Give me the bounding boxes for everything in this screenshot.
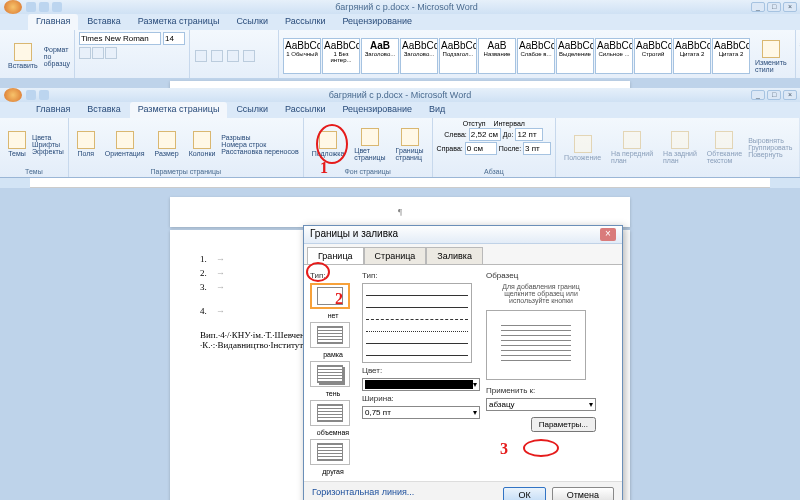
style-heading2[interactable]: AaBbCcЗаголово... [400, 38, 438, 74]
tab-references[interactable]: Ссылки [228, 14, 276, 30]
cancel-button[interactable]: Отмена [552, 487, 614, 500]
apply-to-combo[interactable]: абзацу▾ [486, 398, 596, 411]
tab-review[interactable]: Рецензирование [334, 102, 420, 118]
breaks-button[interactable]: Разрывы [221, 134, 298, 141]
columns-button[interactable]: Колонки [185, 129, 220, 159]
style-weak-emph[interactable]: AaBbCc.Слабое в... [517, 38, 555, 74]
orientation-button[interactable]: Ориентация [101, 129, 149, 159]
apply-to-label: Применить к: [486, 386, 596, 395]
close-button[interactable]: × [783, 2, 797, 12]
ok-button[interactable]: ОК [503, 487, 545, 500]
page-borders-button[interactable]: Границы страниц [392, 126, 428, 163]
margins-button[interactable]: Поля [73, 129, 99, 159]
office-button[interactable] [4, 0, 22, 14]
text-wrap-button: Обтекание текстом [703, 129, 746, 166]
font-name-select[interactable] [79, 32, 161, 45]
horizontal-line-link[interactable]: Горизонтальная линия... [312, 487, 497, 500]
preview-box[interactable] [486, 310, 586, 380]
type-box[interactable] [310, 322, 350, 348]
maximize-button[interactable]: □ [767, 90, 781, 100]
qat-save-icon[interactable] [26, 2, 36, 12]
line-numbers-button[interactable]: Номера строк [221, 141, 298, 148]
dialog-tab-fill[interactable]: Заливка [426, 247, 483, 264]
color-combo[interactable]: ▾ [362, 378, 480, 391]
page[interactable]: ¶ [170, 197, 630, 227]
width-combo[interactable]: 0,75 пт▾ [362, 406, 480, 419]
dialog-tab-page[interactable]: Страница [364, 247, 427, 264]
pilcrow: ¶ [200, 207, 600, 217]
underline-button[interactable] [105, 47, 117, 59]
qat-save-icon[interactable] [26, 90, 36, 100]
office-button[interactable] [4, 88, 22, 102]
group-indent-spacing: Отступ Интервал Слева: До: Справа: После… [433, 118, 556, 177]
dialog-close-button[interactable]: × [600, 228, 616, 241]
options-button[interactable]: Параметры... [531, 417, 596, 432]
numbering-button[interactable] [211, 50, 223, 62]
tab-view[interactable]: Вид [421, 102, 453, 118]
type-none[interactable] [310, 283, 350, 309]
qat-undo-icon[interactable] [39, 2, 49, 12]
type-custom[interactable] [310, 439, 350, 465]
italic-button[interactable] [92, 47, 104, 59]
dialog-tab-border[interactable]: Граница [307, 247, 364, 264]
style-no-spacing[interactable]: AaBbCcDc1 Без интер... [322, 38, 360, 74]
align-left-button[interactable] [227, 50, 239, 62]
page-color-button[interactable]: Цвет страницы [350, 126, 389, 163]
ruler[interactable] [30, 178, 770, 188]
style-quote[interactable]: AaBbCcDcЦитата 2 [673, 38, 711, 74]
font-size-select[interactable] [163, 32, 185, 45]
close-button[interactable]: × [783, 90, 797, 100]
style-quote2[interactable]: AaBbCcDcЦитата 2 [712, 38, 750, 74]
tab-insert[interactable]: Вставка [79, 14, 128, 30]
dialog-titlebar[interactable]: Границы и заливка × [304, 226, 622, 244]
fonts-button[interactable]: Шрифты [32, 141, 64, 148]
spacing-after-input[interactable] [523, 142, 551, 155]
tab-page-layout[interactable]: Разметка страницы [130, 102, 228, 118]
group-label: Темы [4, 168, 64, 175]
align-center-button[interactable] [243, 50, 255, 62]
style-heading1[interactable]: AaBЗаголово... [361, 38, 399, 74]
tab-home[interactable]: Главная [28, 14, 78, 30]
tab-references[interactable]: Ссылки [228, 102, 276, 118]
qat-redo-icon[interactable] [52, 2, 62, 12]
bring-front-button: На передний план [607, 129, 657, 166]
tab-page-layout[interactable]: Разметка страницы [130, 14, 228, 30]
spacing-before-input[interactable] [515, 128, 543, 141]
style-emphasis[interactable]: AaBbCcDcВыделение [556, 38, 594, 74]
format-painter-button[interactable]: Формат по образцу [44, 46, 70, 67]
indent-right-input[interactable] [465, 142, 497, 155]
tab-insert[interactable]: Вставка [79, 102, 128, 118]
dialog-footer: Горизонтальная линия... ОК Отмена [304, 481, 622, 500]
effects-button[interactable]: Эффекты [32, 148, 64, 155]
tab-home[interactable]: Главная [28, 102, 78, 118]
paste-button[interactable]: Вставить [4, 41, 42, 71]
bullets-button[interactable] [195, 50, 207, 62]
type-label: Тип: [310, 271, 356, 280]
themes-button[interactable]: Темы [4, 129, 30, 159]
dialog-tabs: Граница Страница Заливка [304, 244, 622, 264]
style-strict[interactable]: AaBbCcDcСтрогий [634, 38, 672, 74]
style-title[interactable]: АаВНазвание [478, 38, 516, 74]
maximize-button[interactable]: □ [767, 2, 781, 12]
hyphenation-button[interactable]: Расстановка переносов [221, 148, 298, 155]
qat-undo-icon[interactable] [39, 90, 49, 100]
minimize-button[interactable]: _ [751, 2, 765, 12]
style-subtitle[interactable]: AaBbCcПодзагол... [439, 38, 477, 74]
size-button[interactable]: Размер [151, 129, 183, 159]
type-shadow[interactable] [310, 361, 350, 387]
tab-review[interactable]: Рецензирование [334, 14, 420, 30]
tab-mailings[interactable]: Рассылки [277, 102, 333, 118]
style-strong[interactable]: AaBbCcDcСильное ... [595, 38, 633, 74]
page-borders-icon [401, 128, 419, 146]
style-normal[interactable]: AaBbCcDc1 Обычный [283, 38, 321, 74]
line-style-list[interactable] [362, 283, 472, 363]
type-3d[interactable] [310, 400, 350, 426]
change-styles-button[interactable]: Изменить стили [751, 38, 791, 75]
align-button: Выровнять [748, 137, 792, 144]
minimize-button[interactable]: _ [751, 90, 765, 100]
colors-button[interactable]: Цвета [32, 134, 64, 141]
indent-left-input[interactable] [469, 128, 501, 141]
tab-mailings[interactable]: Рассылки [277, 14, 333, 30]
bold-button[interactable] [79, 47, 91, 59]
watermark-button[interactable]: Подложка [308, 129, 349, 159]
